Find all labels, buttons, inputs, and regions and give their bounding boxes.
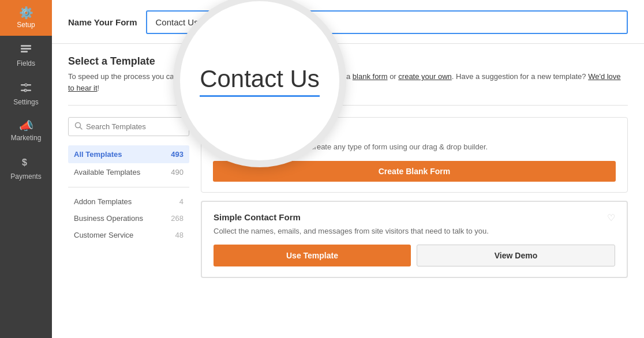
category-customer-service-label: Customer Service [74, 231, 133, 239]
payments-icon: $ [20, 156, 32, 170]
settings-icon [20, 81, 32, 96]
template-body: All Templates 493 Available Templates 49… [52, 106, 644, 298]
category-addon-label: Addon Templates [74, 197, 132, 206]
template-sidebar: All Templates 493 Available Templates 49… [68, 117, 189, 286]
sidebar-label-fields: Fields [17, 59, 35, 67]
template-section-desc: To speed up the process you can start wi… [68, 71, 628, 93]
use-template-button[interactable]: Use Template [214, 245, 411, 266]
svg-rect-1 [21, 48, 31, 50]
all-templates-label: All Templates [74, 150, 122, 159]
header-section: Name Your Form [52, 0, 644, 44]
category-business-count: 268 [171, 214, 184, 223]
category-business-label: Business Operations [74, 214, 143, 223]
available-templates-count: 490 [171, 168, 184, 176]
heart-icon[interactable]: ♡ [607, 212, 615, 223]
category-addon-count: 4 [179, 197, 184, 206]
setup-icon: ⚙️ [19, 7, 33, 18]
category-business[interactable]: Business Operations 268 [68, 210, 189, 227]
sidebar-label-settings: Settings [13, 98, 38, 106]
svg-point-5 [25, 84, 27, 86]
contact-form-header-row: Simple Contact Form ♡ [214, 212, 615, 226]
svg-text:$: $ [22, 157, 27, 167]
magnify-overlay: Contact Us [173, 0, 346, 167]
sidebar: ⚙️ Setup Fields Settings 📣 Marke [0, 0, 52, 338]
contact-form-title: Simple Contact Form [214, 212, 301, 222]
sidebar-item-setup[interactable]: ⚙️ Setup [0, 0, 52, 36]
form-name-label: Name Your Form [68, 17, 137, 27]
sidebar-item-settings[interactable]: Settings [0, 74, 52, 113]
svg-line-11 [80, 127, 83, 130]
search-box [68, 117, 189, 136]
sidebar-item-payments[interactable]: $ Payments [0, 149, 52, 187]
filter-divider [68, 187, 189, 187]
sidebar-item-fields[interactable]: Fields [0, 36, 52, 74]
svg-rect-7 [27, 90, 31, 92]
svg-rect-2 [21, 51, 28, 52]
contact-form-actions: Use Template View Demo [214, 245, 615, 266]
marketing-icon: 📣 [19, 120, 33, 132]
all-templates-count: 493 [171, 150, 184, 159]
sidebar-item-marketing[interactable]: 📣 Marketing [0, 113, 52, 149]
search-icon [74, 122, 83, 132]
fields-icon [20, 43, 32, 57]
blank-form-link[interactable]: blank form [353, 72, 388, 81]
available-templates-label: Available Templates [74, 168, 140, 176]
sidebar-label-setup: Setup [17, 21, 35, 29]
create-own-link[interactable]: create your own [398, 72, 452, 81]
contact-form-desc: Collect the names, emails, and messages … [214, 226, 615, 237]
magnify-text: Contact Us [200, 65, 320, 92]
main-content: Contact Us Name Your Form Select a Templ… [52, 0, 644, 338]
category-customer-service-count: 48 [175, 231, 184, 239]
sidebar-label-payments: Payments [10, 172, 41, 181]
view-demo-button[interactable]: View Demo [417, 245, 615, 266]
filter-available-templates[interactable]: Available Templates 490 [68, 163, 189, 181]
simple-contact-form-card: Simple Contact Form ♡ Collect the names,… [201, 201, 628, 279]
category-addon[interactable]: Addon Templates 4 [68, 193, 189, 210]
search-input[interactable] [86, 122, 183, 131]
svg-rect-0 [21, 45, 31, 47]
filter-all-templates[interactable]: All Templates 493 [68, 145, 189, 163]
sidebar-label-marketing: Marketing [11, 134, 42, 142]
template-section-title: Select a Template [68, 55, 628, 67]
category-customer-service[interactable]: Customer Service 48 [68, 227, 189, 243]
template-section-header: Select a Template To speed up the proces… [52, 44, 644, 105]
